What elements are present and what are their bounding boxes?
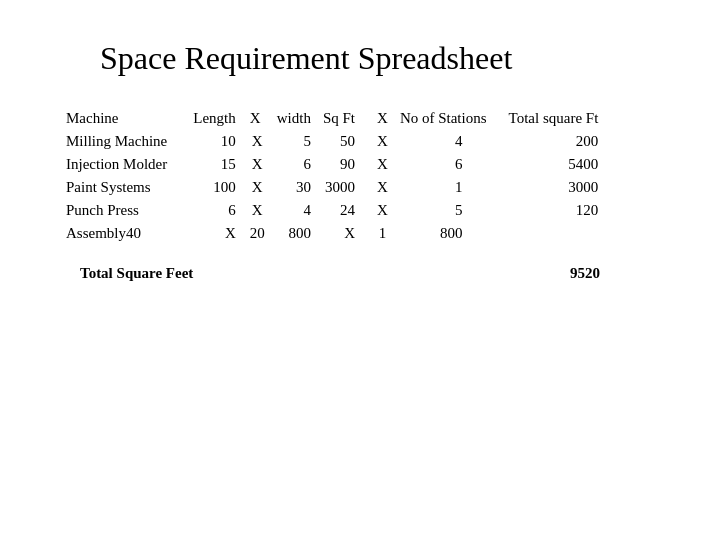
cell-machine: Paint Systems: [60, 176, 173, 199]
header-no-of-stations: No of Stations: [394, 107, 493, 130]
cell-length: 100: [173, 176, 242, 199]
cell-length: 10: [173, 130, 242, 153]
cell-stations: 5: [394, 199, 493, 222]
cell-x1: 20: [242, 222, 271, 245]
header-width: width: [271, 107, 317, 130]
header-x1: X: [242, 107, 271, 130]
cell-x2: X: [361, 130, 394, 153]
cell-stations: 6: [394, 153, 493, 176]
cell-sqft: 24: [317, 199, 361, 222]
cell-x2: 1: [361, 222, 394, 245]
cell-length: 15: [173, 153, 242, 176]
cell-machine: Punch Press: [60, 199, 173, 222]
table-row: Injection Molder15X690X65400: [60, 153, 604, 176]
total-value: 9520: [570, 265, 600, 282]
cell-stations: 4: [394, 130, 493, 153]
cell-length: 6: [173, 199, 242, 222]
cell-total: 200: [493, 130, 605, 153]
cell-length: X: [173, 222, 242, 245]
header-x2: X: [361, 107, 394, 130]
cell-total: [493, 222, 605, 245]
cell-machine: Injection Molder: [60, 153, 173, 176]
cell-stations: 1: [394, 176, 493, 199]
table-row: Punch Press6X424X5120: [60, 199, 604, 222]
total-label: Total Square Feet: [80, 265, 193, 282]
cell-width: 6: [271, 153, 317, 176]
header-machine: Machine: [60, 107, 173, 130]
data-table: Machine Length X width Sq Ft X No of Sta…: [60, 107, 604, 245]
header-total-sq-ft: Total square Ft: [493, 107, 605, 130]
cell-machine: Assembly40: [60, 222, 173, 245]
cell-x1: X: [242, 153, 271, 176]
cell-machine: Milling Machine: [60, 130, 173, 153]
cell-x1: X: [242, 130, 271, 153]
cell-width: 30: [271, 176, 317, 199]
cell-sqft: 3000: [317, 176, 361, 199]
cell-x2: X: [361, 153, 394, 176]
page-title: Space Requirement Spreadsheet: [100, 40, 680, 77]
table-row: Paint Systems100X303000X13000: [60, 176, 604, 199]
cell-sqft: 90: [317, 153, 361, 176]
cell-x2: X: [361, 176, 394, 199]
cell-width: 5: [271, 130, 317, 153]
cell-total: 3000: [493, 176, 605, 199]
header-row: Machine Length X width Sq Ft X No of Sta…: [60, 107, 604, 130]
cell-width: 800: [271, 222, 317, 245]
cell-width: 4: [271, 199, 317, 222]
cell-total: 120: [493, 199, 605, 222]
total-row: Total Square Feet 9520: [60, 265, 680, 282]
header-length: Length: [173, 107, 242, 130]
table-row: Assembly40X20800X1800: [60, 222, 604, 245]
table-row: Milling Machine10X550X4200: [60, 130, 604, 153]
cell-x1: X: [242, 176, 271, 199]
cell-x1: X: [242, 199, 271, 222]
cell-sqft: X: [317, 222, 361, 245]
spreadsheet: Machine Length X width Sq Ft X No of Sta…: [60, 107, 680, 282]
cell-stations: 800: [394, 222, 493, 245]
cell-sqft: 50: [317, 130, 361, 153]
cell-total: 5400: [493, 153, 605, 176]
header-sqft: Sq Ft: [317, 107, 361, 130]
cell-x2: X: [361, 199, 394, 222]
page: Space Requirement Spreadsheet Machine Le…: [0, 0, 720, 540]
